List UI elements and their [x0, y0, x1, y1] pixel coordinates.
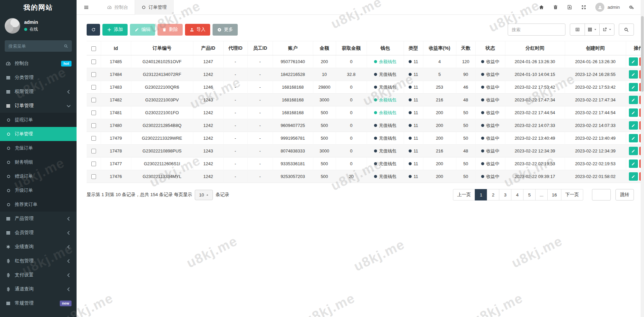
sidebar-subitem-充值订单[interactable]: 充值订单	[0, 141, 77, 155]
tab-label: 订单管理	[149, 4, 167, 10]
row-checkbox[interactable]	[91, 59, 96, 64]
status-dot-icon	[374, 175, 377, 178]
row-edit-button[interactable]	[629, 160, 638, 168]
next-page-button[interactable]: 下一页	[561, 189, 584, 200]
scrollbar[interactable]	[641, 0, 644, 317]
status-dot-icon	[481, 98, 484, 101]
user-avatar[interactable]	[5, 18, 20, 34]
type-badge: 11	[409, 148, 418, 153]
add-button[interactable]: 添加	[102, 24, 128, 36]
sidebar-item-订单管理[interactable]: 订单管理	[0, 99, 77, 113]
row-edit-button[interactable]	[629, 83, 638, 91]
columns-view-button[interactable]	[585, 24, 600, 36]
tab-订单管理[interactable]: 订单管理	[135, 0, 174, 15]
sidebar-subitem-赠送订单[interactable]: 赠送订单	[0, 169, 77, 183]
sidebar-item-常规管理[interactable]: 常规管理new	[0, 296, 77, 310]
sidebar-item-控制台[interactable]: 控制台hot	[0, 56, 77, 71]
sidebar-item-产品管理[interactable]: 产品管理	[0, 212, 77, 226]
sidebar-subitem-升级订单[interactable]: 升级订单	[0, 183, 77, 197]
scrollbar-thumb[interactable]	[641, 16, 644, 92]
status-badge: 收益中	[481, 59, 499, 65]
badge-hot: hot	[61, 61, 72, 66]
cell-staff_id: -	[247, 157, 273, 170]
sidebar-search-input[interactable]	[8, 44, 59, 49]
sidebar-item-支付设置[interactable]: 支付设置	[0, 268, 77, 282]
page-size-dropdown[interactable]: 10	[195, 190, 213, 200]
prev-page-button[interactable]: 上一页	[453, 189, 475, 200]
search-icon[interactable]	[64, 44, 68, 48]
wallet-label: 充值钱包	[379, 174, 397, 180]
jump-button[interactable]: 跳转	[615, 189, 634, 200]
hamburger-icon[interactable]	[77, 5, 96, 10]
import-button[interactable]: 导入	[185, 24, 210, 36]
detail-view-button[interactable]	[570, 24, 585, 36]
page-button-5[interactable]: 5	[523, 189, 536, 200]
select-all-checkbox[interactable]	[91, 46, 96, 51]
jump-page-input[interactable]	[592, 189, 611, 200]
topbar-user[interactable]: admin	[595, 3, 620, 12]
cell-id: 17481	[101, 106, 131, 119]
page-button-16[interactable]: 16	[547, 189, 561, 200]
sidebar-item-分类管理[interactable]: 分类管理	[0, 71, 77, 85]
sidebar-subitem-提现订单[interactable]: 提现订单	[0, 113, 77, 127]
type-label: 11	[414, 97, 418, 102]
sidebar-item-权限管理[interactable]: 权限管理	[0, 85, 77, 99]
status-badge: 收益中	[481, 135, 499, 141]
table-search-input[interactable]	[508, 24, 565, 36]
row-checkbox[interactable]	[91, 136, 96, 141]
status-badge: 收益中	[481, 97, 499, 103]
gears-icon[interactable]	[629, 5, 634, 10]
page-button-1[interactable]: 1	[475, 189, 487, 200]
sidebar-item-红包管理[interactable]: 红包管理	[0, 254, 77, 268]
view-button-group	[570, 24, 614, 36]
row-checkbox[interactable]	[91, 110, 96, 115]
row-checkbox-cell	[87, 145, 101, 157]
table-row: 17483G230222100QR61246--168168168298000充…	[87, 81, 644, 94]
row-edit-button[interactable]	[629, 57, 638, 66]
cell-account: 9991956781	[273, 132, 313, 145]
row-checkbox[interactable]	[91, 98, 96, 102]
cell-dividend_time: 2023-02-22 02:19:53	[505, 157, 565, 170]
expand-icon[interactable]	[581, 5, 586, 10]
sidebar-subitem-财务明细[interactable]: 财务明细	[0, 155, 77, 169]
row-checkbox[interactable]	[91, 162, 96, 166]
row-checkbox[interactable]	[91, 85, 96, 90]
row-edit-button[interactable]	[629, 70, 638, 79]
page-button-...[interactable]: ...	[535, 189, 548, 200]
list-icon	[5, 75, 11, 80]
table-search-button[interactable]	[619, 24, 634, 36]
row-checkbox[interactable]	[91, 174, 96, 179]
translate-icon[interactable]	[567, 5, 572, 10]
row-edit-button[interactable]	[629, 134, 638, 142]
home-icon[interactable]	[539, 5, 544, 10]
row-checkbox[interactable]	[91, 72, 96, 77]
page-button-3[interactable]: 3	[499, 189, 511, 200]
row-checkbox[interactable]	[91, 149, 96, 153]
status-dot-icon	[481, 73, 484, 76]
row-edit-button[interactable]	[629, 172, 638, 181]
row-checkbox-cell	[87, 119, 101, 132]
cell-agent_id: -	[223, 106, 247, 119]
row-edit-button[interactable]	[629, 108, 638, 117]
refresh-button[interactable]	[87, 24, 100, 36]
row-edit-button[interactable]	[629, 147, 638, 155]
export-button[interactable]	[599, 24, 614, 36]
page-button-4[interactable]: 4	[511, 189, 523, 200]
cell-wallet: 充值钱包	[367, 68, 404, 81]
sidebar-subitem-订单管理[interactable]: 订单管理	[0, 127, 77, 141]
edit-button[interactable]: 编辑	[130, 24, 155, 36]
more-button[interactable]: 更多	[213, 24, 238, 36]
row-edit-button[interactable]	[629, 96, 638, 104]
row-checkbox[interactable]	[91, 123, 96, 128]
table-row: 17479G23022213329WRE1242--99919567815000…	[87, 132, 644, 145]
sidebar-item-业绩查询[interactable]: 业绩查询	[0, 240, 77, 254]
sidebar-item-通道查询[interactable]: 通道查询	[0, 282, 77, 296]
sidebar-item-会员管理[interactable]: 会员管理	[0, 226, 77, 240]
page-button-2[interactable]: 2	[487, 189, 499, 200]
cell-created_time: 2023-12-24 16:28:55	[565, 68, 626, 81]
sidebar-subitem-推荐奖订单[interactable]: 推荐奖订单	[0, 197, 77, 212]
trash-icon[interactable]	[553, 5, 558, 10]
delete-button[interactable]: 删除	[157, 24, 183, 36]
tab-控制台[interactable]: 控制台	[101, 0, 135, 15]
row-edit-button[interactable]	[629, 121, 638, 130]
